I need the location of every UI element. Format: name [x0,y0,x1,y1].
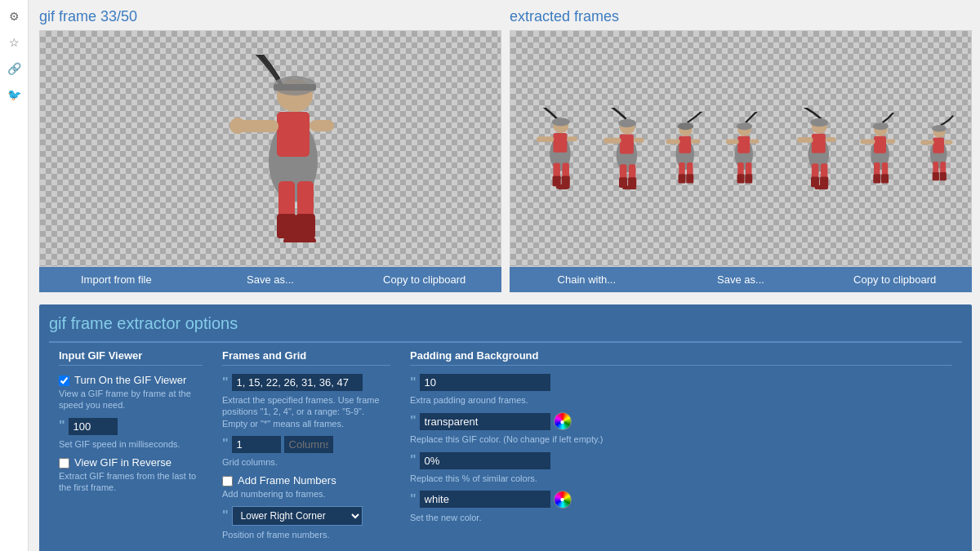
svg-rect-53 [737,174,745,183]
svg-point-36 [678,122,694,130]
frame-6 [852,113,901,184]
svg-rect-80 [920,140,934,144]
frames-input[interactable] [232,374,363,391]
replace-pct-row: " Replace this % of similar colors. [410,452,952,484]
link-icon[interactable]: 🔗 [6,60,22,77]
save-as-button-left[interactable]: Save as... [194,267,348,292]
main-content: gif frame 33/50 [31,0,980,551]
input-gif-viewer-col: Input GIF Viewer Turn On the GIF Viewer … [49,341,212,551]
frames-desc: Extract the specified frames. Use frame … [222,394,390,429]
frame-4 [721,112,770,185]
add-frame-numbers-checkbox[interactable] [222,476,233,487]
new-color-desc: Set the new color. [410,512,952,523]
quote-icon-frames: " [222,375,229,390]
svg-rect-59 [797,137,813,143]
svg-rect-29 [634,138,644,143]
padding-desc: Extra padding around frames. [410,394,952,406]
quote-icon-replace-color: " [410,414,416,429]
turn-on-viewer-checkbox[interactable] [59,375,69,386]
padding-row: " Extra padding around frames. [410,374,952,406]
svg-rect-81 [944,140,952,144]
gif-viewer-title: gif frame 33/50 [39,8,501,25]
frame-2 [591,108,647,189]
options-title: gif frame extractor options [49,314,962,333]
replace-color-desc: Replace this GIF color. (No change if le… [410,433,952,445]
add-frame-numbers-row: Add Frame Numbers Add numbering to frame… [222,474,390,500]
replace-color-picker[interactable]: ● [554,412,572,430]
add-frame-numbers-desc: Add numbering to frames. [222,488,390,500]
view-in-reverse-row: View GIF in Reverse Extract GIF frames f… [59,456,203,494]
svg-rect-40 [691,139,700,143]
svg-point-6 [229,118,246,134]
col1-header: Input GIF Viewer [59,349,203,366]
svg-rect-48 [738,136,751,153]
svg-rect-16 [554,133,568,153]
extracted-frames-area [510,30,972,267]
sidebar: ⚙ ☆ 🔗 🐦 [0,0,29,551]
view-in-reverse-desc: Extract GIF frames from the last to the … [59,470,203,494]
quote-icon-grid: " [222,437,229,451]
quote-icon-new-color: " [410,492,416,507]
svg-rect-70 [860,139,875,144]
position-row: " Lower Right Corner Lower Left Corner U… [222,506,390,540]
import-from-file-button[interactable]: Import from file [39,267,194,292]
add-frame-numbers-text: Add Frame Numbers [238,474,336,487]
position-select[interactable]: Lower Right Corner Lower Left Corner Upp… [232,506,363,526]
turn-on-viewer-text: Turn On the GIF Viewer [74,374,186,386]
chain-with-button[interactable]: Chain with... [510,267,664,292]
new-color-picker[interactable]: ● [554,491,572,509]
gear-icon[interactable]: ⚙ [6,8,22,24]
svg-rect-2 [274,84,316,91]
quote-icon-speed: " [59,419,65,433]
svg-point-67 [872,122,889,130]
star-icon[interactable]: ☆ [6,34,22,51]
app-container: gif frame 33/50 [31,0,980,551]
position-desc: Position of frame numbers. [222,529,390,540]
frames-grid-col: Frames and Grid " Extract the specified … [212,341,400,551]
replace-pct-input[interactable] [420,452,550,469]
svg-rect-4 [277,112,310,157]
col2-header: Frames and Grid [222,349,390,366]
quote-icon-position: " [222,509,229,523]
view-in-reverse-checkbox[interactable] [59,458,69,469]
grid-inputs-row: " Grid columns. [222,436,390,468]
col3-header: Padding and Background [410,349,952,366]
gif-speed-input[interactable] [69,418,118,435]
padding-background-col: Padding and Background " Extra padding a… [400,341,962,551]
gif-viewer-actions: Import from file Save as... Copy to clip… [39,267,501,292]
twitter-icon[interactable]: 🐦 [6,87,22,103]
view-in-reverse-label[interactable]: View GIF in Reverse [59,456,203,469]
gif-viewer-panel: gif frame 33/50 [39,8,501,292]
svg-rect-75 [881,174,889,183]
options-grid: Input GIF Viewer Turn On the GIF Viewer … [49,341,962,551]
svg-point-14 [552,118,570,126]
svg-rect-71 [886,139,895,143]
copy-to-clipboard-button-right[interactable]: Copy to clipboard [817,267,972,292]
svg-rect-44 [686,174,693,183]
replace-color-row: " ● Replace this GIF color. (No change i… [410,412,952,445]
frame-5 [783,108,839,189]
svg-point-56 [810,118,828,127]
character-sprite [205,55,336,242]
new-color-input[interactable] [420,491,550,508]
gif-preview-area [39,30,501,267]
grid-rows-input[interactable] [232,436,281,453]
svg-rect-50 [751,139,760,143]
copy-to-clipboard-button-left[interactable]: Copy to clipboard [347,267,501,292]
svg-rect-79 [933,137,944,153]
svg-rect-38 [679,136,691,153]
svg-rect-27 [620,135,634,154]
turn-on-viewer-label[interactable]: Turn On the GIF Viewer [59,374,203,386]
grid-cols-input[interactable] [284,436,333,453]
frame-7 [914,114,959,184]
replace-pct-desc: Replace this % of similar colors. [410,473,952,484]
extracted-frames-panel: extracted frames [510,8,972,292]
svg-rect-28 [604,138,621,144]
svg-point-46 [737,122,753,130]
save-as-button-right[interactable]: Save as... [664,267,818,292]
svg-rect-49 [726,139,739,144]
add-frame-numbers-label[interactable]: Add Frame Numbers [222,474,390,487]
extracted-frames-title: extracted frames [510,8,972,25]
replace-color-input[interactable] [420,413,550,430]
padding-input[interactable] [420,374,550,391]
